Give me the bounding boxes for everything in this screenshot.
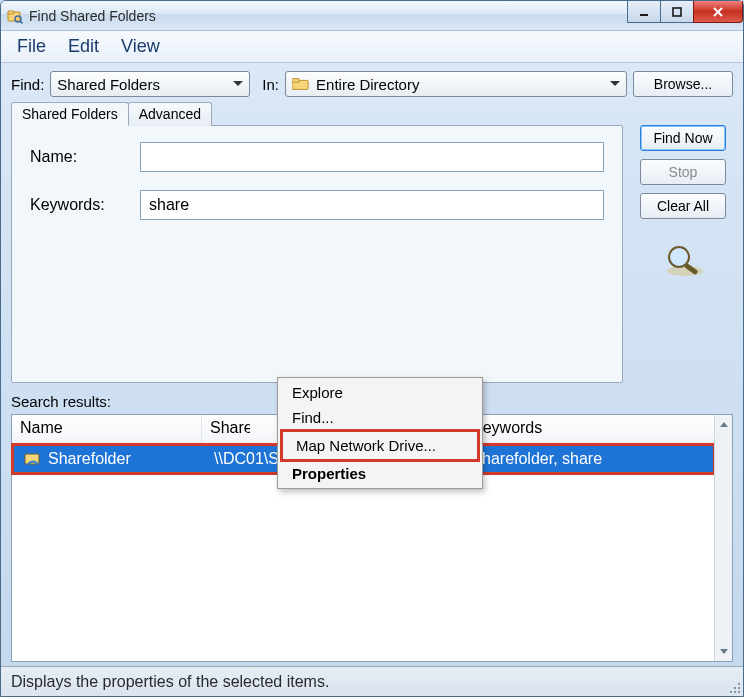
titlebar: Find Shared Folders: [1, 1, 743, 31]
chevron-down-icon: [233, 81, 243, 87]
name-label: Name:: [30, 148, 140, 166]
svg-point-12: [738, 683, 740, 685]
clear-all-label: Clear All: [657, 198, 709, 214]
scope-combo[interactable]: Entire Directory: [285, 71, 627, 97]
keywords-label: Keywords:: [30, 196, 140, 214]
content-area: Find: Shared Folders In: Entire Director…: [1, 63, 743, 666]
find-shared-folders-window: Find Shared Folders File Edit View Find:…: [0, 0, 744, 697]
ctx-find[interactable]: Find...: [280, 405, 480, 430]
svg-line-3: [20, 21, 23, 24]
criteria-panel: Shared Folders Advanced Name: Keywords:: [11, 125, 623, 383]
ctx-map-network-drive[interactable]: Map Network Drive...: [284, 433, 476, 458]
row-name: Sharefolder: [48, 450, 131, 468]
svg-point-14: [738, 687, 740, 689]
menu-view[interactable]: View: [111, 33, 170, 60]
svg-point-13: [734, 687, 736, 689]
find-type-value: Shared Folders: [57, 76, 160, 93]
svg-rect-7: [292, 79, 299, 83]
tab-advanced[interactable]: Advanced: [128, 102, 212, 126]
svg-point-15: [730, 691, 732, 693]
find-folder-icon: [7, 8, 23, 24]
clear-all-button[interactable]: Clear All: [640, 193, 726, 219]
browse-label: Browse...: [654, 76, 712, 92]
scope-value: Entire Directory: [316, 76, 419, 93]
find-type-combo[interactable]: Shared Folders: [50, 71, 250, 97]
find-row: Find: Shared Folders In: Entire Director…: [11, 71, 733, 97]
name-input[interactable]: [140, 142, 604, 172]
window-buttons: [628, 1, 743, 23]
ctx-properties[interactable]: Properties: [280, 461, 480, 486]
chevron-down-icon: [720, 649, 728, 655]
in-label: In:: [262, 76, 279, 93]
close-button[interactable]: [693, 1, 743, 23]
context-menu: Explore Find... Map Network Drive... Pro…: [277, 377, 483, 489]
vertical-scrollbar[interactable]: [714, 415, 732, 661]
tab-shared-folders[interactable]: Shared Folders: [11, 102, 129, 126]
svg-point-16: [734, 691, 736, 693]
resize-grip-icon[interactable]: [727, 680, 741, 694]
directory-icon: [292, 77, 310, 91]
chevron-down-icon: [610, 81, 620, 87]
shared-folder-icon: [24, 451, 42, 467]
svg-rect-4: [640, 14, 648, 16]
annotation-highlight-menu: Map Network Drive...: [280, 429, 480, 462]
action-buttons: Find Now Stop Clear All: [633, 125, 733, 383]
status-text: Displays the properties of the selected …: [11, 673, 329, 691]
stop-label: Stop: [669, 164, 698, 180]
svg-rect-5: [673, 8, 681, 16]
keywords-input[interactable]: [140, 190, 604, 220]
row-keywords: sharefolder, share: [474, 450, 602, 468]
window-title: Find Shared Folders: [29, 8, 156, 24]
menu-edit[interactable]: Edit: [58, 33, 109, 60]
menubar: File Edit View: [1, 31, 743, 63]
svg-point-17: [738, 691, 740, 693]
stop-button[interactable]: Stop: [640, 159, 726, 185]
svg-point-9: [669, 247, 689, 267]
menu-file[interactable]: File: [7, 33, 56, 60]
search-criteria-area: Shared Folders Advanced Name: Keywords: …: [11, 103, 733, 383]
col-name[interactable]: Name: [12, 415, 202, 445]
maximize-button[interactable]: [660, 1, 694, 23]
ctx-explore[interactable]: Explore: [280, 380, 480, 405]
scroll-up-button[interactable]: [715, 415, 732, 433]
find-label: Find:: [11, 76, 44, 93]
chevron-up-icon: [720, 421, 728, 427]
statusbar: Displays the properties of the selected …: [1, 666, 743, 696]
browse-button[interactable]: Browse...: [633, 71, 733, 97]
minimize-button[interactable]: [627, 1, 661, 23]
criteria-tabs: Shared Folders Advanced: [11, 102, 211, 126]
find-now-button[interactable]: Find Now: [640, 125, 726, 151]
svg-rect-1: [8, 11, 14, 14]
col-keywords[interactable]: xxxxxxxxxxxxxxxxxxxxKeywords: [462, 415, 732, 445]
scroll-down-button[interactable]: [715, 643, 732, 661]
search-animation-icon: [659, 241, 707, 281]
find-now-label: Find Now: [653, 130, 712, 146]
